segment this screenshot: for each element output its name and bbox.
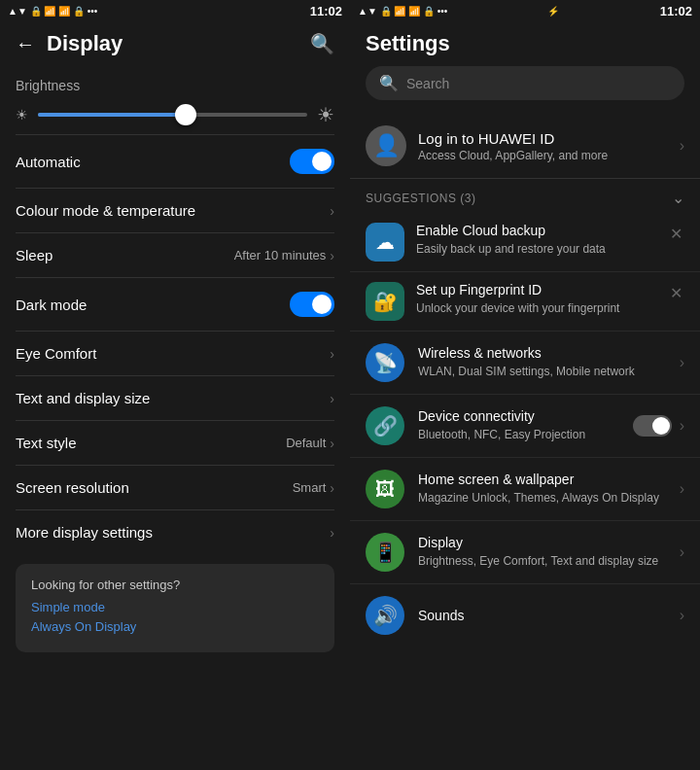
screen-res-value: Smart › <box>293 480 334 496</box>
huawei-id-title: Log in to HUAWEI ID <box>418 130 668 147</box>
left-panel: ▲▼ 🔒 📶 📶 🔒 ••• 11:02 ← Display 🔍 Brightn… <box>0 0 350 770</box>
huawei-id-text: Log in to HUAWEI ID Access Cloud, AppGal… <box>418 130 668 162</box>
wireless-text: Wireless & networks WLAN, Dual SIM setti… <box>418 345 666 380</box>
brightness-slider[interactable] <box>38 113 307 117</box>
home-screen-subtitle: Magazine Unlock, Themes, Always On Displ… <box>418 490 666 507</box>
brightness-section: Brightness ☀ ☀ <box>0 66 350 134</box>
sounds-text: Sounds <box>418 608 666 623</box>
wireless-title: Wireless & networks <box>418 345 666 361</box>
brightness-slider-row: ☀ ☀ <box>16 103 334 126</box>
suggestion-cloud-text: Enable Cloud backup Easily back up and r… <box>416 223 656 258</box>
header-right: Settings 🔍 Search <box>350 21 700 114</box>
sleep-row[interactable]: Sleep After 10 minutes › <box>0 233 350 277</box>
brightness-max-icon: ☀ <box>317 103 334 126</box>
cloud-backup-icon-wrap: ☁ <box>366 223 404 262</box>
connectivity-icon: 🔗 <box>373 414 398 438</box>
text-style-row[interactable]: Text style Default › <box>0 421 350 465</box>
suggestion-fingerprint[interactable]: 🔐 Set up Fingerprint ID Unlock your devi… <box>350 272 700 332</box>
page-title-left: Display <box>47 31 298 56</box>
toggle-thumb-dark <box>312 295 332 314</box>
brightness-label: Brightness <box>16 78 334 93</box>
status-icons-left: ▲▼ 🔒 📶 📶 🔒 ••• <box>8 6 97 17</box>
display-icon: 📱 <box>373 541 398 564</box>
bottom-card-title: Looking for other settings? <box>31 578 319 592</box>
display-icon-wrap: 📱 <box>366 533 404 572</box>
connectivity-subtitle: Bluetooth, NFC, Easy Projection <box>418 427 619 443</box>
screen-res-row[interactable]: Screen resolution Smart › <box>0 466 350 509</box>
huawei-id-row[interactable]: 👤 Log in to HUAWEI ID Access Cloud, AppG… <box>350 114 700 179</box>
device-connectivity-row[interactable]: 🔗 Device connectivity Bluetooth, NFC, Ea… <box>350 395 700 458</box>
automatic-toggle[interactable] <box>290 149 334 174</box>
suggestion-cloud-backup[interactable]: ☁ Enable Cloud backup Easily back up and… <box>350 213 700 272</box>
search-icon-right: 🔍 <box>379 74 399 92</box>
avatar: 👤 <box>366 125 406 166</box>
colour-mode-row[interactable]: Colour mode & temperature › <box>0 189 350 232</box>
connectivity-icon-wrap: 🔗 <box>366 406 404 445</box>
search-placeholder: Search <box>406 76 449 91</box>
status-icons-right: ▲▼ 🔒 📶 📶 🔒 ••• <box>358 6 447 17</box>
automatic-row[interactable]: Automatic <box>0 135 350 188</box>
home-screen-icon: 🖼 <box>375 478 395 501</box>
status-time-left: 11:02 <box>310 4 342 18</box>
chevron-text: › <box>330 391 334 406</box>
home-screen-icon-wrap: 🖼 <box>366 470 404 508</box>
fingerprint-icon: 🔐 <box>373 290 398 313</box>
cloud-icon: ☁ <box>375 230 395 254</box>
status-bar-left: ▲▼ 🔒 📶 📶 🔒 ••• 11:02 <box>0 0 350 21</box>
cloud-backup-subtitle: Easily back up and restore your data <box>416 241 656 258</box>
chevron-display: › <box>680 543 684 561</box>
fingerprint-subtitle: Unlock your device with your fingerprint <box>416 300 656 317</box>
slider-fill <box>38 113 186 117</box>
bottom-card: Looking for other settings? Simple mode … <box>16 564 334 652</box>
dark-mode-row[interactable]: Dark mode <box>0 278 350 331</box>
connectivity-toggle[interactable] <box>633 415 672 437</box>
user-icon: 👤 <box>373 133 400 158</box>
sleep-value: After 10 minutes › <box>234 248 334 263</box>
sounds-row[interactable]: 🔊 Sounds › <box>350 584 700 647</box>
suggestions-header: SUGGESTIONS (3) ⌄ <box>350 179 700 213</box>
header-left: ← Display 🔍 <box>0 21 350 66</box>
display-text: Display Brightness, Eye Comfort, Text an… <box>418 535 666 570</box>
cloud-backup-title: Enable Cloud backup <box>416 223 656 238</box>
chevron-icon: › <box>330 203 334 219</box>
chevron-sounds: › <box>680 607 684 624</box>
fingerprint-title: Set up Fingerprint ID <box>416 282 656 298</box>
sounds-icon: 🔊 <box>373 604 398 627</box>
chevron-res: › <box>330 480 334 496</box>
text-display-row[interactable]: Text and display size › <box>0 376 350 420</box>
home-screen-text: Home screen & wallpaper Magazine Unlock,… <box>418 472 666 507</box>
automatic-label: Automatic <box>16 154 81 170</box>
display-title: Display <box>418 535 666 550</box>
chevron-home: › <box>680 480 684 498</box>
toggle-thumb-connectivity <box>652 417 670 435</box>
chevron-wireless: › <box>680 354 684 371</box>
chevron-sleep: › <box>330 248 334 263</box>
dark-mode-toggle[interactable] <box>290 292 334 317</box>
display-row[interactable]: 📱 Display Brightness, Eye Comfort, Text … <box>350 521 700 584</box>
simple-mode-link[interactable]: Simple mode <box>31 600 319 614</box>
page-title-right: Settings <box>366 31 684 56</box>
back-button[interactable]: ← <box>16 33 35 55</box>
close-cloud-backup[interactable]: ✕ <box>668 223 684 245</box>
eye-comfort-row[interactable]: Eye Comfort › <box>0 332 350 375</box>
always-on-display-link[interactable]: Always On Display <box>31 619 319 634</box>
connectivity-title: Device connectivity <box>418 408 619 424</box>
fingerprint-icon-wrap: 🔐 <box>366 282 404 321</box>
chevron-style: › <box>330 436 334 451</box>
status-bar-right: ▲▼ 🔒 📶 📶 🔒 ••• ⚡ 11:02 <box>350 0 700 21</box>
wireless-icon-wrap: 📡 <box>366 343 404 382</box>
more-display-row[interactable]: More display settings › <box>0 510 350 554</box>
suggestion-fingerprint-text: Set up Fingerprint ID Unlock your device… <box>416 282 656 317</box>
search-bar[interactable]: 🔍 Search <box>366 66 684 100</box>
wireless-subtitle: WLAN, Dual SIM settings, Mobile network <box>418 364 666 380</box>
chevron-more: › <box>330 525 334 541</box>
suggestions-label: SUGGESTIONS (3) <box>366 192 476 205</box>
close-fingerprint[interactable]: ✕ <box>668 282 684 304</box>
home-screen-row[interactable]: 🖼 Home screen & wallpaper Magazine Unloc… <box>350 458 700 521</box>
chevron-connectivity: › <box>680 417 684 435</box>
collapse-icon[interactable]: ⌄ <box>672 189 684 207</box>
slider-thumb[interactable] <box>175 104 196 125</box>
bluetooth-icon: ⚡ <box>547 6 559 17</box>
wireless-networks-row[interactable]: 📡 Wireless & networks WLAN, Dual SIM set… <box>350 332 700 395</box>
search-icon-left[interactable]: 🔍 <box>310 32 334 55</box>
